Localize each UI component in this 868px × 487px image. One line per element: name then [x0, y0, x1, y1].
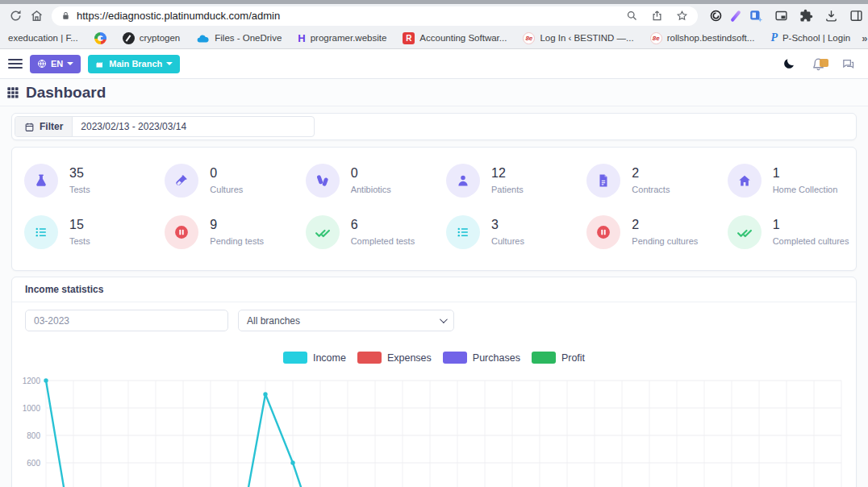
- lock-icon: [61, 10, 70, 21]
- stat-pending-cultures: 2Pending cultures: [574, 215, 715, 249]
- stat-value: 0: [351, 166, 391, 181]
- income-point: [44, 378, 48, 382]
- browser-toolbar: https://ediagnostic.platinumduck.com/adm…: [0, 4, 868, 27]
- legend-swatch: [357, 352, 382, 364]
- stat-value: 35: [69, 166, 90, 181]
- double-check-icon: [728, 215, 762, 249]
- branch-select[interactable]: All branches: [238, 310, 454, 331]
- hostinger-favicon: H: [298, 32, 305, 44]
- date-range-input[interactable]: [73, 121, 314, 132]
- browser-chrome: https://ediagnostic.platinumduck.com/adm…: [0, 0, 868, 49]
- stat-value: 12: [491, 166, 524, 181]
- language-label: EN: [51, 59, 63, 69]
- omnibox-actions: [626, 10, 688, 22]
- bookmark-item[interactable]: [90, 31, 111, 46]
- stat-value: 1: [773, 218, 849, 232]
- navbar-right: [782, 57, 860, 71]
- onedrive-cloud-icon: [196, 33, 210, 44]
- legend-purchases[interactable]: Purchases: [443, 352, 520, 364]
- stat-cultures-total: 0Cultures: [152, 164, 293, 198]
- legend-income[interactable]: Income: [283, 352, 346, 364]
- bookmark-label: cryptogen: [140, 33, 181, 43]
- stat-value: 0: [210, 166, 243, 181]
- stat-label: Completed tests: [351, 236, 415, 246]
- bookmark-label: Files - OneDrive: [215, 33, 282, 43]
- side-panel-icon[interactable]: [849, 9, 863, 23]
- bookmark-p-school-login[interactable]: PP-School | Login: [766, 30, 855, 46]
- notifications-button[interactable]: [812, 57, 825, 71]
- legend-label: Income: [313, 352, 346, 364]
- stat-label: Home Collection: [773, 185, 838, 194]
- bookmarks-right: » Othe: [862, 31, 868, 44]
- bookmark-files-onedrive[interactable]: Files - OneDrive: [191, 31, 286, 45]
- caret-down-icon: [67, 62, 73, 65]
- stat-tests-total: 35Tests: [12, 164, 152, 198]
- bookmark-label: rollshop.bestindsoft...: [667, 33, 755, 43]
- list-icon: [24, 215, 58, 249]
- double-check-icon: [306, 215, 340, 249]
- address-bar[interactable]: https://ediagnostic.platinumduck.com/adm…: [52, 6, 698, 26]
- pen-extension-icon[interactable]: [730, 10, 741, 22]
- dark-mode-toggle[interactable]: [782, 57, 795, 70]
- pause-icon: [586, 215, 620, 249]
- share-icon[interactable]: [651, 10, 663, 22]
- legend-swatch: [443, 352, 467, 364]
- filter-card: Filter: [11, 113, 857, 140]
- chart-wrap: 120010008006004002000: [12, 371, 856, 487]
- month-input[interactable]: [25, 310, 228, 331]
- bookmark-label: programer.website: [311, 33, 387, 43]
- stat-value: 1: [773, 166, 838, 181]
- stat-completed-cultures: 1Completed cultures: [716, 215, 856, 249]
- stats-card: 35Tests0Cultures0Antibiotics12Patients2C…: [11, 147, 857, 271]
- reload-icon[interactable]: [5, 6, 26, 26]
- filter-button[interactable]: Filter: [15, 117, 73, 136]
- extensions-puzzle-icon[interactable]: [799, 9, 813, 23]
- y-axis-tick: 800: [27, 431, 40, 440]
- stat-value: 9: [210, 218, 264, 232]
- stat-label: Pending tests: [210, 236, 264, 246]
- y-axis-tick: 600: [27, 459, 40, 468]
- legend-swatch: [532, 352, 556, 364]
- chart-legend: IncomeExpensesPurchasesProfit: [12, 351, 856, 364]
- page-title: Dashboard: [26, 84, 106, 102]
- branch-select-value: All branches: [247, 315, 300, 327]
- stat-contracts: 2Contracts: [574, 164, 715, 198]
- blue-extension-icon[interactable]: [749, 9, 763, 23]
- bookmark-star-icon[interactable]: [676, 10, 688, 22]
- patient-icon: [446, 164, 480, 198]
- bookmark-rollshop-bestindsoft[interactable]: 8erollshop.bestindsoft...: [645, 31, 760, 46]
- home-icon[interactable]: [26, 6, 47, 26]
- capsules-icon: [306, 164, 340, 198]
- downloads-icon[interactable]: [824, 9, 838, 23]
- stat-label: Antibiotics: [351, 185, 391, 194]
- loop-extension-icon[interactable]: [709, 9, 723, 23]
- stat-tests-period: 15Tests: [12, 215, 152, 249]
- income-line: [46, 381, 403, 487]
- bookmark-log-in-bestind[interactable]: 8eLog In ‹ BESTIND —...: [518, 31, 638, 46]
- url-text[interactable]: https://ediagnostic.platinumduck.com/adm…: [77, 10, 620, 22]
- legend-expenses[interactable]: Expenses: [357, 352, 432, 364]
- zoom-icon[interactable]: [626, 10, 638, 22]
- pause-icon: [165, 215, 198, 249]
- home-icon: [728, 164, 762, 198]
- income-point: [290, 460, 294, 464]
- legend-profit[interactable]: Profit: [532, 352, 585, 364]
- chat-icon: [841, 57, 855, 71]
- legend-swatch: [283, 352, 307, 364]
- branch-dropdown-button[interactable]: Main Branch: [88, 55, 180, 73]
- language-dropdown-button[interactable]: EN: [30, 55, 81, 73]
- income-controls: All branches: [12, 302, 856, 331]
- bookmarks-overflow-chevron[interactable]: »: [862, 32, 867, 44]
- bookmark-cryptogen[interactable]: cryptogen: [118, 31, 186, 46]
- bookmark-exeducation-f[interactable]: exeducation | F...: [3, 31, 83, 44]
- income-statistics-title: Income statistics: [12, 277, 856, 302]
- income-point: [263, 392, 267, 396]
- flask-icon: [24, 164, 58, 198]
- bookmark-accounting-softwar[interactable]: RAccounting Softwar...: [398, 31, 511, 46]
- picture-in-picture-icon[interactable]: [774, 9, 788, 23]
- stat-value: 2: [632, 218, 698, 232]
- hamburger-menu-icon[interactable]: [8, 59, 23, 69]
- bookmark-programer-website[interactable]: Hprogramer.website: [293, 31, 391, 46]
- messages-button[interactable]: [841, 57, 855, 71]
- bookmark-label: exeducation | F...: [8, 33, 78, 43]
